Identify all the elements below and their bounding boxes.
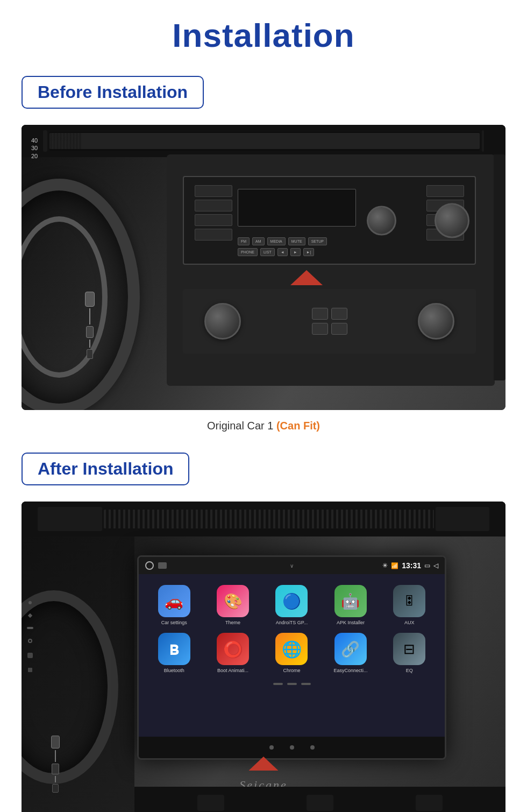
app-boot-animation[interactable]: ⭕ Boot Animati... [207,633,258,673]
bottom-panel-after [134,787,505,812]
aux-icon: 🎛 [393,585,425,617]
car-settings-icon: 🚗 [158,585,190,617]
app-easy-connect[interactable]: 🔗 EasyConnecti... [325,633,376,673]
top-vents [22,125,505,157]
center-dash-before: PHONE LIST ◄ ► ►| FM AM MEDIA MUTE SETUP [167,154,495,386]
before-installation-label: Before Installation [22,76,204,109]
easyconnect-icon: 🔗 [334,633,367,665]
top-vent-after [22,502,505,536]
square-icon [158,562,167,569]
before-scene: 403020 [22,125,505,410]
caption-main-text: Original Car 1 [207,420,273,432]
radio-buttons: PHONE LIST ◄ ► ►| [238,248,314,256]
eq-label: EQ [406,668,413,673]
car-key-before [85,292,95,359]
nav-dot-2 [290,745,294,750]
car-settings-label: Car settings [161,620,187,625]
apk-label: APK Installer [337,620,365,625]
car-key-after [51,736,60,793]
screen-icon: ▭ [424,562,430,569]
page-content: Installation Before Installation [22,16,505,812]
steering-wheel-after [22,590,118,784]
status-right: ✳ 📶 13:31 ▭ ◁ [382,561,438,570]
before-caption: Original Car 1 (Can Fit) [22,420,505,432]
theme-label: Theme [225,620,240,625]
android-home-area: 🚗 Car settings 🎨 Theme 🔵 AndroiTS GP... [139,574,445,737]
apk-icon: 🤖 [334,585,367,617]
before-section: Before Installation [22,76,505,453]
app-chrome[interactable]: 🌐 Chrome [266,633,317,673]
hazard-button-before [290,270,323,285]
can-fit-text: (Can Fit) [276,420,320,432]
chrome-icon: 🌐 [275,633,308,665]
bluetooth-app-icon: ʙ [158,633,190,665]
theme-icon: 🎨 [217,585,249,617]
app-aux[interactable]: 🎛 AUX [384,585,435,625]
eq-icon: ⊟ [393,633,425,665]
chevron-indicator: ∨ [290,563,294,569]
aux-label: AUX [404,620,415,625]
app-apk-installer[interactable]: 🤖 APK Installer [325,585,376,625]
radio-knob-left [367,206,396,235]
status-left [145,561,167,570]
android-nav-bar [139,737,445,758]
nav-dot-3 [310,745,315,750]
app-bluetooth[interactable]: ʙ Bluetooth [148,633,200,673]
before-image-container: 403020 [22,125,505,410]
ac-knob-right [418,303,454,340]
app-car-settings[interactable]: 🚗 Car settings [148,585,200,625]
easyconnect-label: EasyConnecti... [333,668,367,673]
app-theme[interactable]: 🎨 Theme [207,585,258,625]
app-androits[interactable]: 🔵 AndroiTS GP... [266,585,317,625]
home-circle-icon [145,561,154,570]
old-radio-unit: PHONE LIST ◄ ► ►| FM AM MEDIA MUTE SETUP [183,176,476,265]
androits-icon: 🔵 [275,585,308,617]
android-status-bar: ∨ ✳ 📶 13:31 ▭ ◁ [139,557,445,574]
bluetooth-label: Bluetooth [164,668,184,673]
speedometer: 403020 [31,137,38,160]
boot-label: Boot Animati... [217,668,248,673]
app-eq[interactable]: ⊟ EQ [384,633,435,673]
page-indicator [273,683,311,685]
after-image-container: ∨ ✳ 📶 13:31 ▭ ◁ [22,502,505,812]
after-scene: ∨ ✳ 📶 13:31 ▭ ◁ [22,502,505,812]
androits-label: AndroiTS GP... [276,620,308,625]
time-display: 13:31 [402,561,421,570]
back-icon: ◁ [433,562,438,569]
android-head-unit[interactable]: ∨ ✳ 📶 13:31 ▭ ◁ [137,555,446,760]
after-left-area [22,536,134,812]
bluetooth-icon: ✳ [382,562,388,569]
radio-knob-right [435,203,469,238]
ac-knob-left [204,303,241,340]
chrome-label: Chrome [283,668,300,673]
ac-panel-before [183,289,476,354]
after-installation-label: After Installation [22,453,189,485]
page-title: Installation [172,16,354,54]
apps-row-2: ʙ Bluetooth ⭕ Boot Animati... 🌐 Chrome [144,633,439,673]
nav-dot-1 [269,745,274,750]
after-section: After Installation [22,453,505,812]
radio-display [238,189,356,227]
apps-row-1: 🚗 Car settings 🎨 Theme 🔵 AndroiTS GP... [144,585,439,625]
boot-icon: ⭕ [217,633,249,665]
signal-icon: 📶 [391,562,398,569]
